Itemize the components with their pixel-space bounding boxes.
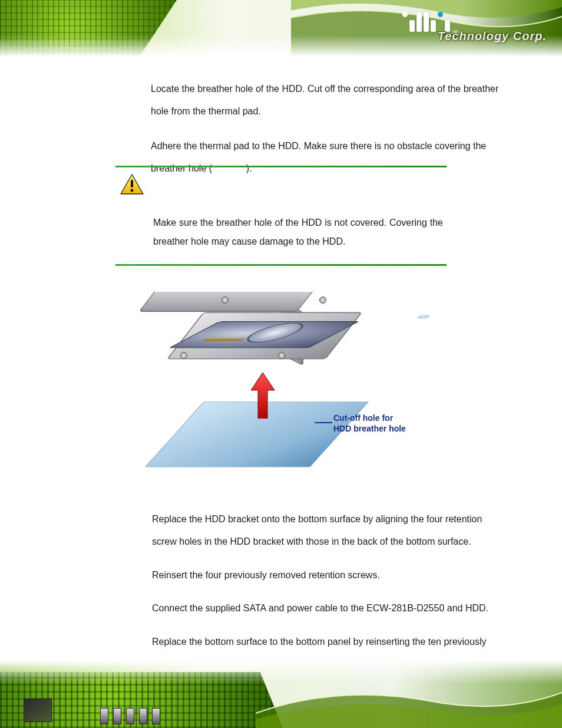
footer-fade	[0, 660, 562, 684]
figure-hdd-thermal-pad: Cut-off hole for HDD breather hole	[157, 284, 416, 479]
warning-box: Make sure the breather hole of the HDD i…	[115, 166, 448, 266]
warning-triangle-icon	[120, 174, 144, 195]
warning-rule-top	[115, 166, 447, 167]
footer-chips2-graphic	[100, 708, 160, 724]
cutoff-hole-graphic	[416, 315, 431, 319]
svg-point-1	[131, 189, 134, 192]
step-replace-bracket: Replace the HDD bracket onto the bottom …	[152, 508, 505, 554]
screw-icon	[180, 352, 187, 359]
screw-icon	[278, 352, 285, 359]
step-locate-breather: Locate the breather hole of the HDD. Cut…	[151, 78, 507, 123]
step-reinsert-screws: Reinsert the four previously removed ret…	[152, 564, 505, 587]
hdd-graphic	[168, 321, 359, 348]
step-connect-sata: Connect the supplied SATA and power cabl…	[152, 597, 505, 620]
callout-label-l2: HDD breather hole	[333, 424, 406, 433]
iei-logo-icon	[402, 12, 450, 32]
callout-label-l1: Cut-off hole for	[333, 413, 393, 423]
svg-rect-0	[131, 180, 133, 187]
warning-text: Make sure the breather hole of the HDD i…	[153, 213, 443, 251]
header-fade	[0, 35, 562, 59]
arrow-up-icon	[251, 373, 275, 419]
footer-chips-graphic	[24, 699, 52, 722]
header-banner: ® Technology Corp.	[0, 0, 562, 59]
screw-icon	[222, 297, 229, 304]
screw-icon	[319, 297, 326, 304]
warning-rule-bottom	[115, 264, 447, 266]
callout-leader-line	[315, 422, 332, 423]
callout-label: Cut-off hole for HDD breather hole	[333, 413, 406, 434]
content-bottom: Replace the HDD bracket onto the bottom …	[152, 508, 505, 686]
footer-banner	[0, 660, 562, 728]
